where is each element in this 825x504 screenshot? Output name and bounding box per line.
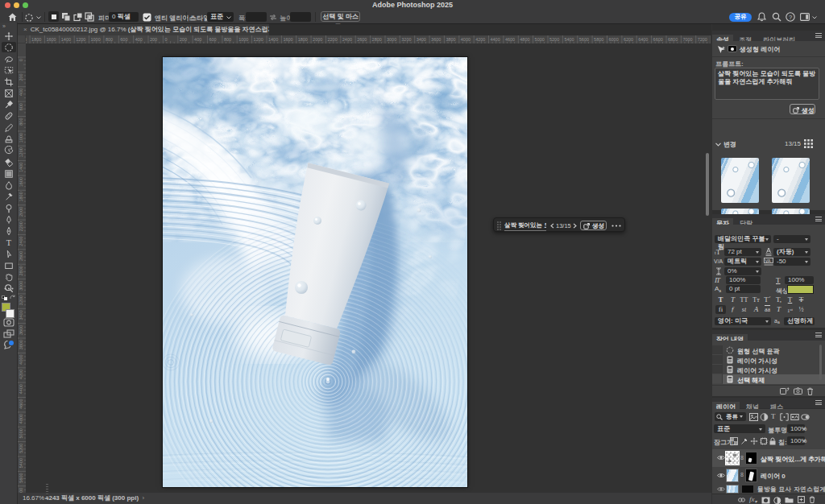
svg-text:5200: 5200	[19, 444, 23, 453]
svg-text:4600: 4600	[19, 399, 23, 409]
svg-text:6600: 6600	[653, 37, 663, 42]
svg-text:3800: 3800	[446, 37, 455, 42]
svg-text:7000: 7000	[682, 37, 692, 42]
svg-text:1200: 1200	[19, 147, 23, 157]
svg-text:?: ?	[789, 14, 792, 21]
svg-text:1800: 1800	[31, 37, 41, 42]
svg-text:0: 0	[164, 37, 167, 42]
svg-text:600: 600	[120, 37, 127, 42]
svg-text:4400: 4400	[19, 384, 23, 394]
svg-text:1600: 1600	[46, 37, 56, 42]
svg-text:600: 600	[19, 103, 23, 110]
svg-text:6000: 6000	[609, 37, 619, 42]
svg-text:1000: 1000	[19, 133, 23, 143]
svg-text:5600: 5600	[19, 473, 23, 482]
svg-text:1800: 1800	[19, 192, 23, 201]
svg-text:5000: 5000	[19, 428, 23, 438]
svg-text:4400: 4400	[491, 37, 500, 42]
svg-text:5200: 5200	[549, 37, 559, 42]
svg-text:6800: 6800	[668, 37, 678, 42]
svg-text:V/A: V/A	[714, 258, 723, 264]
svg-text:800: 800	[224, 37, 231, 42]
svg-text:1600: 1600	[19, 177, 23, 187]
svg-text:6200: 6200	[624, 37, 633, 42]
svg-text:3200: 3200	[19, 295, 23, 305]
svg-text:600: 600	[209, 37, 217, 42]
svg-text:3000: 3000	[19, 281, 23, 291]
svg-text:0: 0	[19, 59, 23, 61]
svg-text:4600: 4600	[505, 37, 515, 42]
svg-text:3600: 3600	[19, 325, 23, 335]
svg-text:2200: 2200	[19, 221, 23, 231]
svg-text:3400: 3400	[417, 37, 426, 42]
svg-text:5600: 5600	[579, 37, 589, 42]
svg-text:2400: 2400	[19, 236, 23, 246]
svg-text:1800: 1800	[298, 37, 308, 42]
svg-text:VA: VA	[765, 258, 771, 263]
svg-text:2200: 2200	[328, 37, 338, 42]
svg-text:2400: 2400	[342, 37, 352, 42]
svg-text:200: 200	[180, 37, 187, 42]
svg-text:3600: 3600	[431, 37, 441, 42]
svg-text:3000: 3000	[387, 37, 396, 42]
svg-text:2800: 2800	[19, 266, 23, 275]
svg-text:800: 800	[19, 118, 23, 126]
svg-text:4000: 4000	[19, 354, 23, 364]
svg-text:T: T	[6, 238, 12, 247]
svg-text:6400: 6400	[638, 37, 648, 42]
svg-text:2000: 2000	[19, 207, 23, 217]
svg-text:4000: 4000	[461, 37, 471, 42]
svg-text:4800: 4800	[520, 37, 529, 42]
svg-text:3800: 3800	[19, 340, 23, 349]
svg-text:7200: 7200	[698, 37, 707, 42]
svg-text:800: 800	[106, 37, 113, 42]
svg-text:2000: 2000	[313, 37, 322, 42]
svg-text:5400: 5400	[564, 37, 574, 42]
svg-text:1000: 1000	[238, 37, 248, 42]
svg-text:1000: 1000	[91, 37, 101, 42]
svg-text:1200: 1200	[76, 37, 85, 42]
svg-text:2600: 2600	[19, 251, 23, 261]
svg-text:400: 400	[135, 37, 143, 42]
svg-text:1400: 1400	[268, 37, 278, 42]
svg-text:2600: 2600	[357, 37, 367, 42]
svg-text:4800: 4800	[19, 414, 23, 423]
svg-text:1200: 1200	[254, 37, 263, 42]
svg-text:400: 400	[19, 89, 23, 96]
svg-text:200: 200	[150, 37, 157, 42]
svg-text:1600: 1600	[283, 37, 292, 42]
svg-text:4200: 4200	[475, 37, 485, 42]
svg-text:3200: 3200	[401, 37, 411, 42]
svg-text:400: 400	[194, 37, 201, 42]
svg-text:5000: 5000	[535, 37, 545, 42]
svg-text:2800: 2800	[372, 37, 382, 42]
svg-text:3400: 3400	[19, 310, 23, 320]
svg-text:1400: 1400	[61, 37, 71, 42]
svg-text:200: 200	[19, 73, 23, 81]
svg-text:1400: 1400	[19, 163, 23, 172]
svg-text:4200: 4200	[19, 370, 23, 379]
svg-text:5400: 5400	[19, 458, 23, 468]
svg-text:5800: 5800	[594, 37, 603, 42]
